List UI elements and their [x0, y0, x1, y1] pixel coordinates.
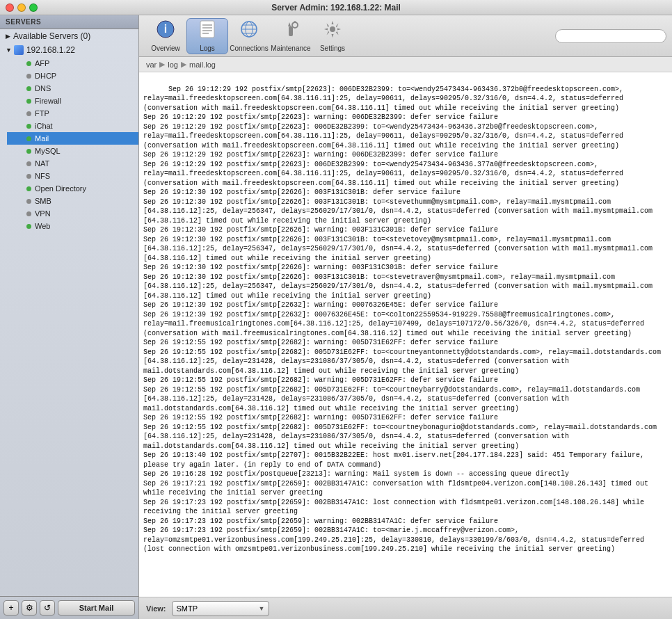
available-servers-label: Available Servers (0) [13, 31, 90, 41]
overview-label: Overview [151, 45, 180, 52]
service-label: DNS [35, 84, 51, 93]
sidebar-services: AFP DHCP DNS Firewall FTP iChat [0, 57, 138, 232]
svg-text:i: i [164, 23, 167, 35]
add-server-button[interactable]: + [3, 600, 19, 616]
titlebar: Server Admin: 192.168.1.22: Mail [0, 0, 672, 15]
svg-point-13 [292, 22, 298, 28]
status-dot [26, 149, 31, 154]
service-label: DHCP [35, 72, 56, 80]
sidebar-item-mysql[interactable]: MySQL [7, 145, 138, 157]
sidebar-item-smb[interactable]: SMB [7, 195, 138, 207]
refresh-button[interactable]: ↺ [40, 600, 55, 616]
logs-label: Logs [200, 45, 215, 52]
status-dot [26, 136, 31, 141]
server-icon [14, 45, 24, 55]
search-input[interactable] [555, 29, 666, 43]
svg-point-15 [330, 26, 335, 32]
sidebar-item-available-servers[interactable]: ▶ Available Servers (0) [0, 29, 138, 43]
logs-icon [198, 19, 217, 43]
svg-rect-12 [289, 26, 293, 36]
status-dot [26, 124, 31, 129]
service-label: SMB [35, 197, 51, 205]
sidebar-item-ftp[interactable]: FTP [7, 107, 138, 120]
maintenance-icon [281, 19, 301, 43]
status-dot [26, 174, 31, 179]
log-text: Sep 26 19:12:29 192 postfix/smtp[22623]:… [143, 86, 661, 554]
sidebar-section-header: SERVERS [0, 15, 138, 29]
server-ip-label: 192.168.1.22 [26, 45, 75, 55]
maintenance-label: Maintenance [271, 45, 310, 52]
main-content: i Overview Logs [139, 15, 672, 619]
service-label: NAT [35, 159, 49, 168]
breadcrumb: var ▶ log ▶ mail.log [139, 57, 672, 72]
toolbar: i Overview Logs [139, 15, 672, 57]
sidebar-item-firewall[interactable]: Firewall [7, 95, 138, 107]
maximize-button[interactable] [29, 3, 38, 12]
settings-icon [323, 19, 342, 43]
window-controls[interactable] [6, 3, 38, 12]
service-label: VPN [35, 209, 51, 218]
service-label: iChat [35, 122, 53, 130]
breadcrumb-part-maillog: mail.log [189, 61, 216, 69]
service-label: FTP [35, 109, 49, 118]
tab-settings[interactable]: Settings [312, 18, 353, 54]
tab-logs[interactable]: Logs [186, 18, 228, 54]
connections-label: Connections [230, 45, 269, 52]
status-dot [26, 74, 31, 79]
close-button[interactable] [6, 3, 14, 12]
sidebar-bottom-bar: + ⚙ ↺ Start Mail [0, 596, 138, 619]
status-dot [26, 161, 31, 166]
service-label: Mail [35, 134, 49, 143]
status-dot [26, 99, 31, 104]
sidebar-item-vpn[interactable]: VPN [7, 207, 138, 220]
settings-button[interactable]: ⚙ [22, 600, 37, 616]
service-label: NFS [35, 172, 50, 180]
sidebar-item-dns[interactable]: DNS [7, 82, 138, 95]
sidebar-item-dhcp[interactable]: DHCP [7, 70, 138, 82]
sidebar-item-server[interactable]: ▼ 192.168.1.22 [0, 43, 138, 57]
sidebar-item-ichat[interactable]: iChat [7, 120, 138, 132]
status-dot [26, 199, 31, 204]
sidebar-item-mail[interactable]: Mail [7, 132, 138, 145]
sidebar-item-nat[interactable]: NAT [7, 157, 138, 170]
service-label: Web [35, 222, 50, 230]
tab-overview[interactable]: i Overview [145, 18, 186, 54]
status-dot [26, 111, 31, 116]
sidebar-item-open-directory[interactable]: Open Directory [7, 182, 138, 195]
breadcrumb-part-var: var [146, 61, 157, 69]
settings-label: Settings [320, 45, 345, 52]
sidebar-item-web[interactable]: Web [7, 220, 138, 232]
overview-icon: i [156, 19, 175, 43]
sidebar-item-nfs[interactable]: NFS [7, 170, 138, 182]
connections-icon [239, 19, 259, 43]
service-label: Open Directory [35, 184, 86, 193]
log-content-area[interactable]: Sep 26 19:12:29 192 postfix/smtp[22623]:… [139, 72, 672, 597]
status-dot [26, 86, 31, 91]
view-label: View: [146, 604, 166, 613]
tab-maintenance[interactable]: Maintenance [270, 18, 312, 54]
status-dot [26, 211, 31, 216]
window-title: Server Admin: 192.168.1.22: Mail [271, 3, 401, 13]
start-mail-button[interactable]: Start Mail [58, 600, 135, 616]
breadcrumb-part-log: log [168, 61, 178, 69]
svg-rect-2 [200, 21, 214, 38]
app-body: SERVERS ▶ Available Servers (0) ▼ 192.16… [0, 15, 672, 619]
status-dot [26, 61, 31, 66]
sidebar-item-afp[interactable]: AFP [7, 57, 138, 70]
tab-connections[interactable]: Connections [228, 18, 270, 54]
breadcrumb-sep-2: ▶ [181, 60, 186, 69]
status-dot [26, 186, 31, 191]
service-label: AFP [35, 59, 49, 67]
sidebar: SERVERS ▶ Available Servers (0) ▼ 192.16… [0, 15, 139, 619]
view-bar: View: SMTP IMAP POP3 All ▼ [139, 597, 672, 619]
view-select-wrapper[interactable]: SMTP IMAP POP3 All ▼ [172, 601, 269, 616]
minimize-button[interactable] [17, 3, 26, 12]
breadcrumb-sep-1: ▶ [159, 60, 165, 69]
status-dot [26, 224, 31, 229]
service-label: MySQL [35, 147, 61, 155]
service-label: Firewall [35, 97, 61, 105]
view-select[interactable]: SMTP IMAP POP3 All [172, 601, 269, 616]
